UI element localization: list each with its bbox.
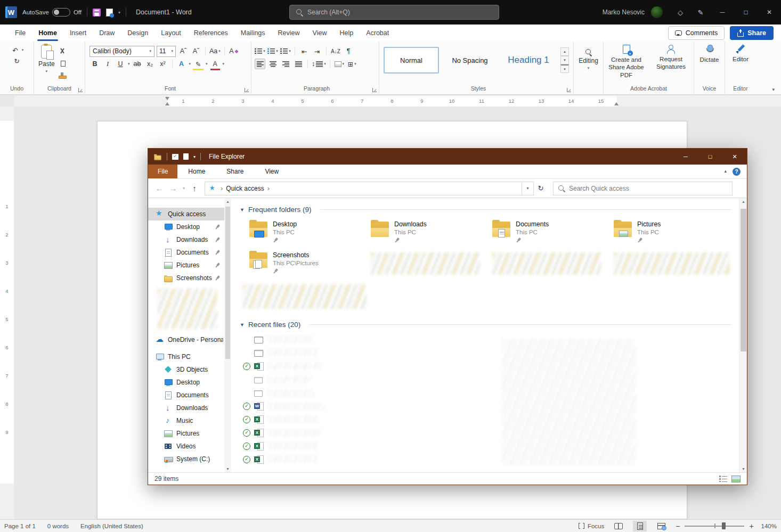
sidebar-item-this-pc[interactable]: This PC <box>148 350 224 363</box>
paragraph-dialog-launcher-icon[interactable] <box>372 88 377 92</box>
align-right-button[interactable] <box>280 59 291 69</box>
ribbon-tab[interactable]: Mailings <box>234 24 272 42</box>
qat-new-folder-icon[interactable] <box>183 153 189 160</box>
highlight-dropdown-icon[interactable]: ▾ <box>206 62 208 66</box>
scrollbar-thumb[interactable] <box>225 207 230 359</box>
ribbon-tab[interactable]: Layout <box>154 24 188 42</box>
main-scrollbar[interactable]: ▲ ▼ <box>739 198 747 472</box>
ribbon-tab[interactable]: Help <box>333 24 360 42</box>
sidebar-item[interactable]: Desktop <box>148 220 224 233</box>
decrease-indent-button[interactable]: ⇤ <box>299 46 310 56</box>
styles-scroll-up-icon[interactable]: ▴ <box>560 47 569 56</box>
sidebar-item[interactable]: System (C:) <box>148 453 224 465</box>
explorer-menu-item[interactable]: View <box>254 165 289 178</box>
collapse-ribbon-icon[interactable]: ▾ <box>772 87 775 92</box>
text-effects-button[interactable]: A <box>176 59 187 69</box>
premium-gem-icon[interactable]: ◇ <box>670 0 690 24</box>
zoom-level[interactable]: 140% <box>761 523 777 529</box>
explorer-menu-item[interactable]: File <box>148 165 177 178</box>
font-size-select[interactable]: 11▾ <box>157 46 176 57</box>
sidebar-item[interactable]: Desktop <box>148 376 224 389</box>
ribbon-tab[interactable]: View <box>306 24 333 42</box>
justify-button[interactable] <box>293 59 304 69</box>
styles-dialog-launcher-icon[interactable] <box>567 88 571 92</box>
explorer-close-button[interactable]: ✕ <box>722 149 747 165</box>
recent-file-row[interactable]: ✓ <box>240 399 739 413</box>
ribbon-tab[interactable]: Review <box>272 24 306 42</box>
line-spacing-button[interactable]: ↕▾ <box>312 59 326 69</box>
recent-file-row[interactable]: ✓ <box>240 333 739 346</box>
recent-file-row[interactable]: ✓ <box>240 373 739 386</box>
folder-tile[interactable]: Desktop This PC <box>249 220 371 251</box>
text-effects-dropdown-icon[interactable]: ▾ <box>189 62 191 66</box>
web-layout-button[interactable] <box>654 521 668 531</box>
read-mode-button[interactable] <box>612 521 625 531</box>
folder-tile[interactable]: Screenshots This PC\Pictures <box>249 251 371 282</box>
explorer-menu-item[interactable]: Home <box>177 165 216 178</box>
font-name-select[interactable]: Calibri (Body)▾ <box>90 46 154 57</box>
copy-button[interactable] <box>57 58 68 69</box>
breadcrumb[interactable]: Quick access <box>226 185 264 192</box>
scrollbar-thumb[interactable] <box>741 209 746 351</box>
refresh-icon[interactable]: ↻ <box>534 182 548 195</box>
sidebar-item[interactable]: Downloads <box>148 402 224 414</box>
italic-button[interactable]: I <box>102 59 113 69</box>
increase-indent-button[interactable]: ⇥ <box>312 46 322 56</box>
align-left-button[interactable] <box>255 59 265 69</box>
explorer-minimize-button[interactable]: ─ <box>673 149 698 165</box>
font-dialog-launcher-icon[interactable] <box>245 88 249 92</box>
autosave-switch[interactable] <box>52 8 70 17</box>
explorer-maximize-button[interactable]: □ <box>698 149 722 165</box>
highlight-button[interactable]: ✎ <box>193 59 204 69</box>
ribbon-tab[interactable]: Draw <box>93 24 121 42</box>
underline-button[interactable]: U <box>115 59 126 69</box>
page-indicator[interactable]: Page 1 of 1 <box>4 523 36 529</box>
recent-file-row[interactable]: ✓ <box>240 413 739 426</box>
editing-group[interactable]: Editing ▾ <box>574 42 604 94</box>
strikethrough-button[interactable]: ab <box>132 59 143 69</box>
create-share-pdf-button[interactable]: Create and Share Adobe PDF <box>606 45 647 79</box>
expand-ribbon-icon[interactable]: ▴ <box>724 168 727 174</box>
scroll-up-icon[interactable]: ▲ <box>739 198 747 205</box>
word-count[interactable]: 0 words <box>47 523 69 529</box>
sidebar-item[interactable]: Pictures <box>148 427 224 440</box>
close-button[interactable]: ✕ <box>758 0 781 24</box>
sort-button[interactable]: A↓Z <box>330 46 341 56</box>
back-button[interactable]: ← <box>152 182 166 195</box>
scroll-down-icon[interactable]: ▼ <box>224 465 231 472</box>
sidebar-item[interactable]: Screenshots <box>148 272 224 284</box>
dictate-button[interactable]: Dictate <box>694 45 725 63</box>
request-signatures-button[interactable]: Request Signatures <box>650 45 692 79</box>
focus-button[interactable]: Focus <box>579 523 604 529</box>
recent-file-row[interactable]: ✓ <box>240 426 739 439</box>
folder-tile[interactable]: Pictures This PC <box>614 220 735 251</box>
minimize-button[interactable]: ─ <box>711 0 734 24</box>
recent-file-row[interactable]: ✓ <box>240 439 739 453</box>
explorer-search-box[interactable] <box>553 182 733 195</box>
collapse-section-icon[interactable]: ▼ <box>240 207 245 212</box>
styles-scroll-down-icon[interactable]: ▾ <box>560 56 569 64</box>
underline-dropdown-icon[interactable]: ▾ <box>128 62 130 66</box>
address-bar[interactable]: › Quick access › <box>205 182 522 195</box>
superscript-button[interactable]: x² <box>158 59 168 69</box>
ribbon-tab[interactable]: Insert <box>63 24 93 42</box>
user-name[interactable]: Marko Nesovic <box>603 9 645 16</box>
sidebar-item-quick-access[interactable]: Quick access <box>148 208 224 220</box>
font-color-dropdown-icon[interactable]: ▾ <box>223 62 225 66</box>
recent-locations-icon[interactable]: ▾ <box>180 182 188 195</box>
qat-properties-icon[interactable] <box>172 154 178 160</box>
change-case-button[interactable]: Aa▾ <box>209 46 221 56</box>
quick-command-icon[interactable] <box>106 9 113 17</box>
ribbon-tab[interactable]: Design <box>121 24 154 42</box>
first-line-indent-marker[interactable] <box>165 97 169 100</box>
zoom-slider[interactable] <box>685 526 744 527</box>
up-button[interactable]: ↑ <box>188 182 201 195</box>
multilevel-list-button[interactable]: ▾ <box>280 46 291 56</box>
undo-dropdown-icon[interactable]: ▾ <box>22 48 24 52</box>
styles-more-icon[interactable]: ▾ <box>560 64 569 73</box>
forward-button[interactable]: → <box>166 182 180 195</box>
repeat-button[interactable]: ↻ <box>12 55 22 66</box>
sidebar-item[interactable]: Downloads <box>148 233 224 246</box>
subscript-button[interactable]: x₂ <box>145 59 156 69</box>
sidebar-scrollbar[interactable]: ▲ ▼ <box>224 198 231 472</box>
